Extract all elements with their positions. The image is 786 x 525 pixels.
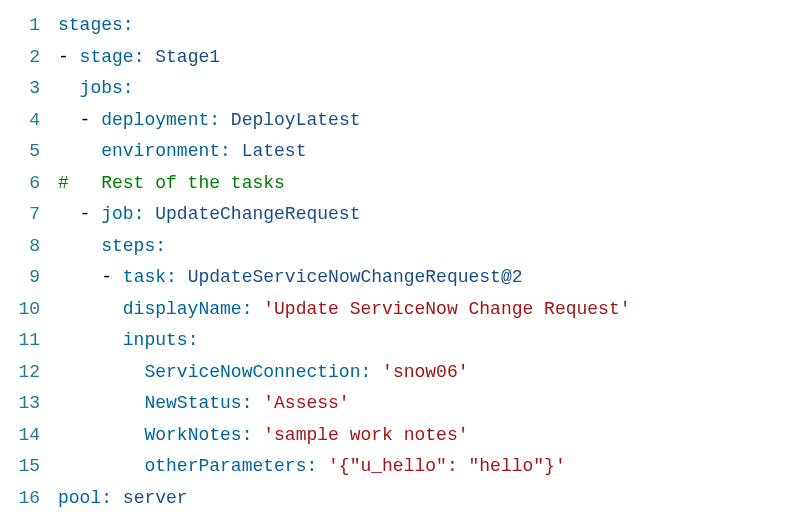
token-string: '{"u_hello": "hello"}' — [328, 456, 566, 476]
token-key: : — [242, 425, 264, 445]
line-number: 9 — [10, 262, 40, 294]
token-key: : — [242, 299, 264, 319]
token-key: pool — [58, 488, 101, 508]
code-line: - deployment: DeployLatest — [58, 105, 776, 137]
token-key: : — [101, 488, 123, 508]
token-dash: - — [101, 267, 123, 287]
token-key: : — [123, 78, 134, 98]
code-line: NewStatus: 'Assess' — [58, 388, 776, 420]
code-line: environment: Latest — [58, 136, 776, 168]
token-key: : — [209, 110, 231, 130]
token-key: : — [134, 204, 156, 224]
token-string: 'snow06' — [382, 362, 468, 382]
token-dash: - — [58, 47, 80, 67]
line-number: 10 — [10, 294, 40, 326]
token-key: : — [123, 15, 134, 35]
token-key: stages — [58, 15, 123, 35]
code-line: - job: UpdateChangeRequest — [58, 199, 776, 231]
line-number: 1 — [10, 10, 40, 42]
token-key: : — [220, 141, 242, 161]
gutter: 12345678910111213141516 — [10, 10, 58, 514]
code-line: - stage: Stage1 — [58, 42, 776, 74]
line-number: 6 — [10, 168, 40, 200]
code-line: stages: — [58, 10, 776, 42]
token-value: server — [123, 488, 188, 508]
token-string: 'Update ServiceNow Change Request' — [263, 299, 630, 319]
token-guide — [58, 425, 144, 445]
line-number: 12 — [10, 357, 40, 389]
token-string: 'Assess' — [263, 393, 349, 413]
line-number: 15 — [10, 451, 40, 483]
token-key: jobs — [80, 78, 123, 98]
token-key: NewStatus — [144, 393, 241, 413]
token-key: displayName — [123, 299, 242, 319]
token-key: : — [242, 393, 264, 413]
code-line: inputs: — [58, 325, 776, 357]
token-guide — [58, 299, 123, 319]
code-line: WorkNotes: 'sample work notes' — [58, 420, 776, 452]
line-number: 7 — [10, 199, 40, 231]
token-guide — [58, 110, 80, 130]
token-key: stage — [80, 47, 134, 67]
token-key: ServiceNowConnection — [144, 362, 360, 382]
token-guide — [58, 267, 101, 287]
token-key: environment — [101, 141, 220, 161]
code-line: # Rest of the tasks — [58, 168, 776, 200]
line-number: 14 — [10, 420, 40, 452]
code-line: displayName: 'Update ServiceNow Change R… — [58, 294, 776, 326]
line-number: 2 — [10, 42, 40, 74]
line-number: 8 — [10, 231, 40, 263]
code-editor: 12345678910111213141516 stages:- stage: … — [10, 10, 776, 514]
token-key: deployment — [101, 110, 209, 130]
code-line: ServiceNowConnection: 'snow06' — [58, 357, 776, 389]
code-line: steps: — [58, 231, 776, 263]
token-key: steps — [101, 236, 155, 256]
token-guide — [58, 204, 80, 224]
token-key: otherParameters — [144, 456, 306, 476]
token-string: 'sample work notes' — [263, 425, 468, 445]
token-comment: # Rest of the tasks — [58, 173, 285, 193]
line-number: 11 — [10, 325, 40, 357]
token-guide — [58, 236, 101, 256]
line-number: 4 — [10, 105, 40, 137]
code-line: jobs: — [58, 73, 776, 105]
token-key: WorkNotes — [144, 425, 241, 445]
code-content: stages:- stage: Stage1 jobs: - deploymen… — [58, 10, 776, 514]
token-key: task — [123, 267, 166, 287]
token-value: DeployLatest — [231, 110, 361, 130]
line-number: 3 — [10, 73, 40, 105]
token-value: Latest — [242, 141, 307, 161]
code-line: pool: server — [58, 483, 776, 515]
token-key: : — [188, 330, 199, 350]
token-key: : — [166, 267, 188, 287]
token-guide — [58, 78, 80, 98]
token-key: : — [134, 47, 156, 67]
token-dash: - — [80, 204, 102, 224]
token-key: : — [306, 456, 328, 476]
line-number: 5 — [10, 136, 40, 168]
token-key: job — [101, 204, 133, 224]
token-guide — [58, 141, 101, 161]
token-key: inputs — [123, 330, 188, 350]
token-guide — [58, 362, 144, 382]
token-key: : — [360, 362, 382, 382]
code-line: otherParameters: '{"u_hello": "hello"}' — [58, 451, 776, 483]
token-value: Stage1 — [155, 47, 220, 67]
token-guide — [58, 393, 144, 413]
code-line: - task: UpdateServiceNowChangeRequest@2 — [58, 262, 776, 294]
line-number: 16 — [10, 483, 40, 515]
line-number: 13 — [10, 388, 40, 420]
token-dash: - — [80, 110, 102, 130]
token-guide — [58, 330, 123, 350]
token-value: UpdateServiceNowChangeRequest@2 — [188, 267, 523, 287]
token-key: : — [155, 236, 166, 256]
token-guide — [58, 456, 144, 476]
token-value: UpdateChangeRequest — [155, 204, 360, 224]
